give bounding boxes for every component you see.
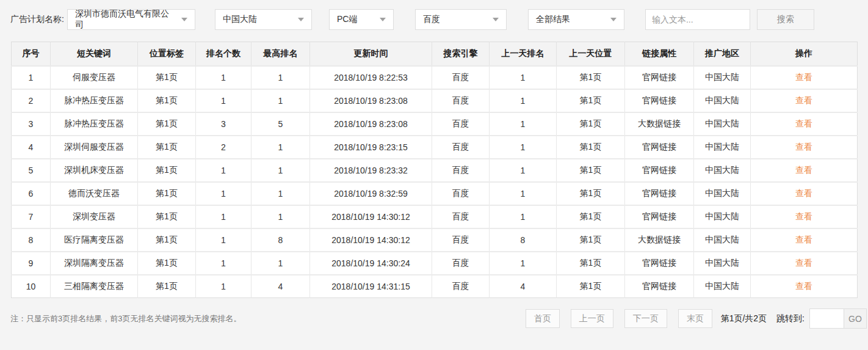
chevron-down-icon [181,18,187,21]
go-button[interactable]: GO [844,308,867,329]
pagination: 首页 上一页 下一页 末页 第1页/共2页 跳转到: GO [515,308,867,329]
cell-prev-day-position: 第1页 [557,275,625,298]
cell-prev-day-position: 第1页 [557,136,625,159]
cell-link-type: 官网链接 [625,275,694,298]
table-row: 5 深圳机床变压器 第1页 1 1 2018/10/19 8:23:32 百度 … [12,159,858,182]
cell-search-engine: 百度 [432,89,490,112]
cell-rank-count: 1 [196,159,251,182]
first-page-button[interactable]: 首页 [526,309,560,328]
column-header-best-rank: 最高排名 [251,42,310,66]
column-header-keyword: 短关键词 [51,42,138,66]
cell-update-time: 2018/10/19 8:22:53 [310,66,432,89]
cell-keyword: 医疗隔离变压器 [51,228,138,252]
cell-keyword: 脉冲热压变压器 [51,112,138,136]
cell-actions: 查看 [751,89,858,112]
cell-best-rank: 1 [251,89,310,112]
cell-search-engine: 百度 [432,112,490,136]
view-link[interactable]: 查看 [795,95,812,105]
next-page-button[interactable]: 下一页 [624,309,667,328]
cell-search-engine: 百度 [432,252,490,275]
cell-search-engine: 百度 [432,228,490,252]
cell-index: 6 [12,182,51,205]
cell-prev-day-rank: 1 [490,252,557,275]
cell-prev-day-rank: 1 [490,182,557,205]
footer: 注：只显示前3页排名结果，前3页无排名关键词视为无搜索排名。 首页 上一页 下一… [10,308,867,329]
plan-select-value: 深圳市德而沃电气有限公司 [75,9,175,31]
table-body: 1 伺服变压器 第1页 1 1 2018/10/19 8:22:53 百度 1 … [12,66,858,298]
cell-position-tag: 第1页 [138,159,196,182]
cell-update-time: 2018/10/19 8:23:08 [310,112,432,136]
cell-position-tag: 第1页 [138,136,196,159]
view-link[interactable]: 查看 [795,165,812,175]
view-link[interactable]: 查看 [795,281,812,291]
cell-index: 5 [12,159,51,182]
table-row: 3 脉冲热压变压器 第1页 3 5 2018/10/19 8:23:08 百度 … [12,112,858,136]
cell-promo-region: 中国大陆 [694,159,751,182]
cell-link-type: 官网链接 [625,205,694,228]
prev-page-button[interactable]: 上一页 [571,309,613,328]
cell-keyword: 深圳变压器 [51,205,138,228]
cell-rank-count: 1 [196,205,251,228]
cell-actions: 查看 [751,228,858,252]
cell-rank-count: 1 [196,228,251,252]
search-button[interactable]: 搜索 [757,9,814,30]
cell-prev-day-position: 第1页 [557,182,625,205]
result-select[interactable]: 全部结果 [528,9,624,30]
cell-position-tag: 第1页 [138,228,196,252]
last-page-button[interactable]: 末页 [678,309,712,328]
cell-best-rank: 1 [251,66,310,89]
cell-actions: 查看 [751,205,858,228]
cell-link-type: 官网链接 [625,252,694,275]
cell-search-engine: 百度 [432,205,490,228]
engine-select[interactable]: 百度 [415,9,507,30]
column-header-position-tag: 位置标签 [138,42,196,66]
cell-update-time: 2018/10/19 8:23:32 [310,159,432,182]
view-link[interactable]: 查看 [795,142,812,151]
chevron-down-icon [493,18,499,21]
column-header-promo-region: 推广地区 [694,42,751,66]
cell-search-engine: 百度 [432,159,490,182]
device-select[interactable]: PC端 [329,9,394,30]
cell-search-engine: 百度 [432,136,490,159]
cell-position-tag: 第1页 [138,252,196,275]
column-header-link-type: 链接属性 [625,42,694,66]
cell-promo-region: 中国大陆 [694,66,751,89]
cell-search-engine: 百度 [432,66,490,89]
column-header-actions: 操作 [751,42,858,66]
engine-select-value: 百度 [423,14,440,25]
plan-select[interactable]: 深圳市德而沃电气有限公司 [67,9,195,30]
view-link[interactable]: 查看 [795,235,812,244]
cell-keyword: 脉冲热压变压器 [51,89,138,112]
cell-prev-day-position: 第1页 [557,66,625,89]
cell-search-engine: 百度 [432,275,490,298]
jump-group: GO [809,308,867,329]
view-link[interactable]: 查看 [795,72,812,82]
cell-promo-region: 中国大陆 [694,205,751,228]
cell-best-rank: 1 [251,205,310,228]
view-link[interactable]: 查看 [795,211,812,221]
cell-keyword: 伺服变压器 [51,66,138,89]
view-link[interactable]: 查看 [795,188,812,198]
filter-bar: 广告计划名称: 深圳市德而沃电气有限公司 中国大陆 PC端 百度 全部结果 搜索 [0,0,868,30]
cell-actions: 查看 [751,252,858,275]
ranking-table: 序号 短关键词 位置标签 排名个数 最高排名 更新时间 搜索引擎 上一天排名 上… [11,42,858,298]
region-select-value: 中国大陆 [223,14,257,25]
jump-page-input[interactable] [809,308,844,329]
search-input[interactable] [645,9,750,30]
jump-label: 跳转到: [776,313,805,324]
cell-prev-day-position: 第1页 [557,159,625,182]
cell-keyword: 三相隔离变压器 [51,275,138,298]
chevron-down-icon [298,18,304,21]
cell-prev-day-rank: 1 [490,89,557,112]
cell-prev-day-rank: 1 [490,112,557,136]
region-select[interactable]: 中国大陆 [215,9,312,30]
view-link[interactable]: 查看 [795,258,812,268]
cell-keyword: 深圳隔离变压器 [51,252,138,275]
view-link[interactable]: 查看 [795,118,812,128]
cell-rank-count: 1 [196,182,251,205]
footnote: 注：只显示前3页排名结果，前3页无排名关键词视为无搜索排名。 [10,313,241,324]
cell-update-time: 2018/10/19 14:30:24 [310,252,432,275]
cell-link-type: 官网链接 [625,89,694,112]
cell-prev-day-rank: 1 [490,66,557,89]
cell-link-type: 官网链接 [625,136,694,159]
